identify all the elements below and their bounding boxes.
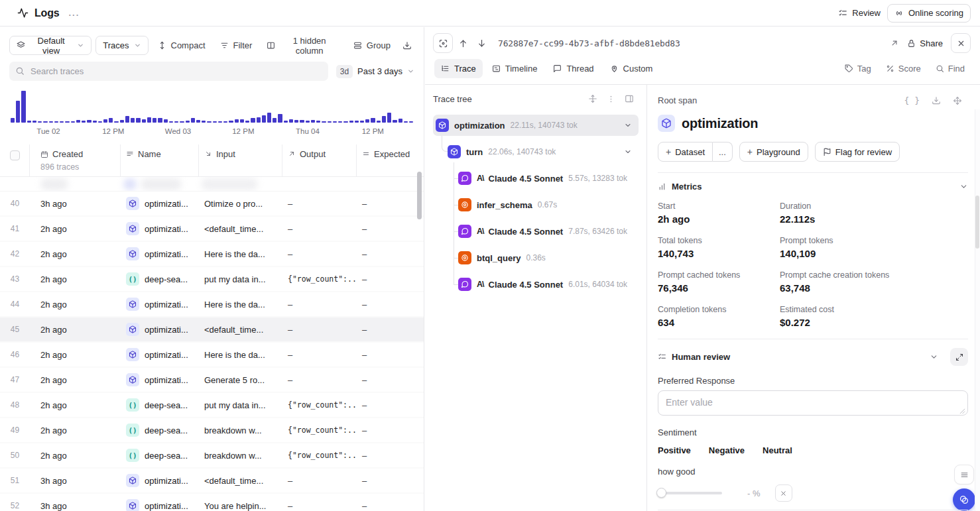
column-header-name[interactable]: Name bbox=[121, 144, 199, 176]
column-header-created[interactable]: Created 896 traces bbox=[30, 144, 121, 176]
histogram-bar[interactable] bbox=[240, 119, 244, 123]
histogram-bar[interactable] bbox=[311, 120, 315, 123]
histogram-bar[interactable] bbox=[377, 121, 381, 123]
focus-span-button[interactable] bbox=[433, 33, 453, 53]
table-row[interactable]: 523h agooptimizati...You are helpin...–– bbox=[0, 494, 424, 511]
histogram-bar[interactable] bbox=[93, 121, 97, 123]
sentiment-negative-button[interactable]: Negative bbox=[709, 444, 745, 457]
table-row[interactable]: 492h ago()deep-sea...breakdown w...{"row… bbox=[0, 418, 424, 443]
histogram-bar[interactable] bbox=[186, 121, 190, 123]
expand-all-icon[interactable] bbox=[583, 93, 602, 105]
histogram-bar[interactable] bbox=[398, 119, 402, 123]
histogram-bar[interactable] bbox=[109, 118, 113, 123]
previous-trace-button[interactable] bbox=[454, 34, 471, 52]
histogram-bar[interactable] bbox=[278, 114, 282, 123]
histogram-bar[interactable] bbox=[284, 121, 288, 123]
histogram-bar[interactable] bbox=[120, 120, 124, 123]
time-range-selector[interactable]: 3d Past 3 days bbox=[336, 65, 414, 78]
histogram-bar[interactable] bbox=[164, 119, 168, 123]
left-panel-scrollbar[interactable] bbox=[417, 172, 422, 219]
slider-thumb[interactable] bbox=[656, 488, 666, 498]
histogram-bar[interactable] bbox=[180, 121, 184, 123]
histogram-bar[interactable] bbox=[409, 121, 413, 123]
tab-trace[interactable]: Trace bbox=[434, 59, 483, 78]
histogram-bar[interactable] bbox=[306, 121, 310, 123]
score-button[interactable]: Score bbox=[880, 60, 927, 78]
histogram-bar[interactable] bbox=[11, 118, 15, 123]
human-review-collapse-icon[interactable] bbox=[930, 353, 938, 361]
tree-node-claude-4-5-sonnet[interactable]: A\Claude 4.5 Sonnet6.01s, 64034 tok bbox=[433, 274, 639, 295]
review-button[interactable]: Review bbox=[831, 4, 887, 23]
tree-node-btql-query[interactable]: btql_query0.36s bbox=[433, 247, 639, 268]
histogram-bar[interactable] bbox=[257, 117, 261, 123]
histogram-bar[interactable] bbox=[21, 91, 25, 123]
assistant-logo-button[interactable] bbox=[953, 488, 975, 511]
share-button[interactable]: Share bbox=[907, 38, 943, 48]
review-queue-button[interactable] bbox=[954, 465, 974, 484]
table-row[interactable]: 462h agooptimizati...Here is the da...–– bbox=[0, 343, 424, 368]
histogram-bar[interactable] bbox=[360, 121, 364, 123]
histogram-bar[interactable] bbox=[322, 121, 326, 123]
chevron-down-icon[interactable] bbox=[624, 148, 632, 156]
histogram-bar[interactable] bbox=[114, 121, 118, 123]
histogram-bar[interactable] bbox=[267, 113, 271, 123]
histogram-bar[interactable] bbox=[16, 101, 20, 123]
table-row[interactable]: 452h agooptimizati...<default_time...–– bbox=[0, 317, 424, 343]
expand-review-button[interactable] bbox=[950, 348, 968, 366]
histogram-bar[interactable] bbox=[207, 121, 211, 123]
table-row[interactable]: 472h agooptimizati...Generate 5 ro...–– bbox=[0, 368, 424, 393]
histogram-bar[interactable] bbox=[87, 120, 91, 123]
histogram-bar[interactable] bbox=[71, 121, 75, 123]
histogram-bar[interactable] bbox=[213, 121, 217, 123]
detail-scrollbar[interactable] bbox=[975, 109, 980, 511]
tree-node-claude-4-5-sonnet[interactable]: A\Claude 4.5 Sonnet5.57s, 13283 tok bbox=[433, 168, 639, 189]
histogram-bar[interactable] bbox=[382, 116, 386, 123]
flag-for-review-button[interactable]: Flag for review bbox=[815, 142, 900, 162]
histogram-bar[interactable] bbox=[273, 118, 276, 123]
compact-toggle[interactable]: Compact bbox=[153, 36, 211, 55]
histogram-bar[interactable] bbox=[196, 120, 200, 123]
dataset-more-button[interactable]: ... bbox=[713, 142, 733, 162]
column-header-output[interactable]: Output bbox=[282, 144, 357, 176]
collapse-panel-icon[interactable] bbox=[620, 93, 639, 105]
open-external-icon[interactable] bbox=[890, 38, 899, 48]
histogram-bar[interactable] bbox=[136, 118, 140, 123]
histogram-bar[interactable] bbox=[82, 121, 86, 123]
traces-selector[interactable]: Traces bbox=[95, 36, 148, 55]
histogram-bar[interactable] bbox=[125, 116, 129, 123]
histogram-bar[interactable] bbox=[404, 121, 408, 123]
tree-options-icon[interactable] bbox=[602, 93, 620, 105]
search-input[interactable] bbox=[9, 62, 328, 81]
histogram-bar[interactable] bbox=[333, 121, 337, 123]
tab-timeline[interactable]: Timeline bbox=[485, 59, 544, 78]
tree-node-claude-4-5-sonnet[interactable]: A\Claude 4.5 Sonnet7.87s, 63426 tok bbox=[433, 221, 639, 242]
histogram-bar[interactable] bbox=[103, 119, 107, 123]
histogram-bar[interactable] bbox=[191, 118, 195, 123]
histogram-bar[interactable] bbox=[294, 120, 298, 123]
table-row[interactable]: 422h agooptimizati...Here is the da...–– bbox=[0, 242, 424, 267]
histogram-bar[interactable] bbox=[131, 118, 135, 123]
table-row[interactable]: 482h ago()deep-sea...put my data in...{"… bbox=[0, 393, 424, 418]
histogram-bar[interactable] bbox=[365, 119, 369, 123]
histogram-bar[interactable] bbox=[32, 121, 36, 123]
move-icon[interactable] bbox=[947, 95, 968, 107]
preferred-response-input[interactable] bbox=[658, 390, 968, 416]
histogram-bar[interactable] bbox=[251, 118, 255, 123]
table-row[interactable]: 412h agooptimizati...<default_time...–– bbox=[0, 217, 424, 242]
table-row[interactable]: 403h agooptimizati...Otimize o pro...–– bbox=[0, 192, 424, 217]
tab-thread[interactable]: Thread bbox=[546, 59, 600, 78]
table-row[interactable]: 513h agooptimizati...<default_time...–– bbox=[0, 469, 424, 494]
histogram-bar[interactable] bbox=[98, 121, 102, 123]
histogram-bar[interactable] bbox=[393, 120, 397, 123]
table-row[interactable]: 442h agooptimizati...Here is the da...–– bbox=[0, 292, 424, 317]
sentiment-positive-button[interactable]: Positive bbox=[658, 444, 691, 457]
histogram-bar[interactable] bbox=[289, 119, 293, 123]
histogram-bar[interactable] bbox=[223, 121, 227, 123]
select-all-checkbox[interactable] bbox=[10, 150, 20, 160]
trace-id[interactable]: 762887e7-cc99-4b73-afbf-d8bde81ebd83 bbox=[498, 38, 680, 48]
tab-custom[interactable]: Custom bbox=[603, 59, 660, 78]
histogram-bar[interactable] bbox=[142, 119, 146, 123]
histogram-bar[interactable] bbox=[316, 121, 320, 123]
view-json-icon[interactable]: { } bbox=[898, 94, 926, 107]
next-trace-button[interactable] bbox=[473, 34, 490, 52]
